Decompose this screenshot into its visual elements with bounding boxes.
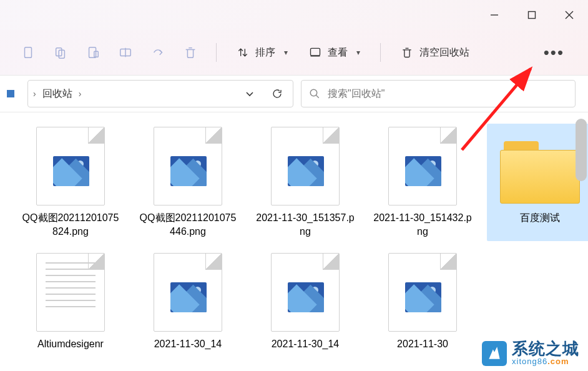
file-item[interactable]: 2021-11-30_14	[135, 250, 241, 354]
paste-button[interactable]	[77, 39, 109, 66]
file-item[interactable]: 2021-11-30_151357.png	[252, 124, 358, 241]
view-button[interactable]: 查看 ▾	[299, 39, 370, 66]
file-item[interactable]: 2021-11-30_14	[252, 250, 358, 354]
share-button[interactable]	[142, 39, 174, 66]
toolbar: 排序 ▾ 查看 ▾ 清空回收站 •••	[0, 30, 588, 75]
item-label: 2021-11-30_151357.png	[255, 211, 355, 239]
svg-rect-13	[7, 90, 14, 97]
maximize-button[interactable]	[513, 0, 551, 30]
image-icon	[265, 252, 345, 332]
item-label: Altiumdesigenr	[37, 337, 104, 351]
sort-icon	[237, 46, 249, 59]
image-icon	[148, 126, 228, 206]
toolbar-separator	[216, 43, 217, 62]
text-icon	[31, 252, 110, 332]
minimize-button[interactable]	[476, 0, 513, 30]
file-item[interactable]: 2021-11-30_151432.png	[370, 124, 476, 241]
item-label: 2021-11-30	[397, 337, 448, 351]
image-icon	[383, 252, 463, 332]
file-item[interactable]: 2021-11-30	[370, 250, 476, 354]
svg-rect-1	[529, 12, 536, 19]
svg-line-15	[316, 95, 319, 98]
item-grid: QQ截图20211201075824.pngQQ截图20211201075446…	[0, 112, 588, 365]
svg-rect-11	[311, 48, 320, 56]
search-icon	[309, 88, 320, 99]
view-icon	[309, 46, 321, 59]
image-icon	[265, 126, 345, 206]
title-bar	[0, 0, 588, 30]
empty-recycle-button[interactable]: 清空回收站	[391, 39, 479, 66]
folder-item[interactable]: 百度测试	[487, 124, 588, 241]
item-label: QQ截图20211201075824.png	[21, 211, 120, 239]
cut-button[interactable]	[12, 39, 44, 66]
image-icon	[383, 126, 463, 206]
empty-recycle-label: 清空回收站	[419, 46, 469, 59]
up-level-icon[interactable]	[4, 87, 17, 101]
copy-button[interactable]	[45, 39, 76, 66]
sort-button[interactable]: 排序 ▾	[227, 39, 298, 66]
chevron-right-icon: ›	[33, 89, 36, 99]
breadcrumb[interactable]: › 回收站 ›	[27, 80, 293, 107]
folder-icon	[500, 126, 580, 206]
history-dropdown-button[interactable]	[239, 83, 260, 104]
more-options-button[interactable]: •••	[532, 43, 576, 62]
file-item[interactable]: Altiumdesigenr	[17, 250, 124, 354]
trash-icon	[401, 46, 413, 59]
breadcrumb-location[interactable]: 回收站	[42, 87, 72, 101]
chevron-down-icon: ▾	[284, 48, 288, 57]
scrollbar-thumb[interactable]	[576, 119, 587, 181]
item-label: 2021-11-30_14	[272, 337, 340, 351]
svg-point-14	[310, 89, 317, 96]
svg-rect-7	[89, 47, 96, 58]
item-label: 百度测试	[520, 211, 560, 225]
search-box[interactable]	[301, 80, 576, 107]
image-icon	[148, 252, 228, 332]
toolbar-separator	[380, 43, 381, 62]
item-label: 2021-11-30_14	[154, 337, 222, 351]
item-label: 2021-11-30_151432.png	[373, 211, 473, 239]
chevron-down-icon: ▾	[356, 48, 360, 57]
rename-button[interactable]	[110, 39, 141, 66]
search-input[interactable]	[328, 88, 567, 99]
file-item[interactable]: QQ截图20211201075824.png	[17, 124, 124, 241]
address-bar-row: › 回收站 ›	[0, 75, 588, 112]
item-label: QQ截图20211201075446.png	[138, 211, 238, 239]
view-label: 查看	[328, 46, 348, 59]
image-icon	[31, 126, 110, 206]
sort-label: 排序	[255, 46, 275, 59]
more-icon: •••	[544, 43, 564, 62]
refresh-button[interactable]	[267, 83, 288, 104]
svg-rect-4	[25, 47, 32, 58]
chevron-right-icon: ›	[79, 89, 82, 99]
content-area: QQ截图20211201075824.pngQQ截图20211201075446…	[0, 112, 588, 371]
file-item[interactable]: QQ截图20211201075446.png	[135, 124, 241, 241]
delete-button[interactable]	[175, 39, 206, 66]
close-button[interactable]	[551, 0, 588, 30]
